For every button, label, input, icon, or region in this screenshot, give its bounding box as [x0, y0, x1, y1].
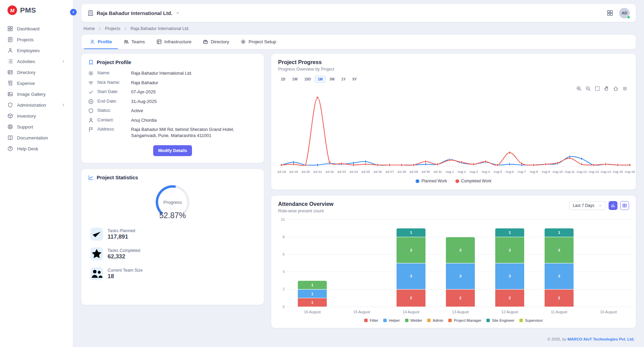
breadcrumb-item-projects[interactable]: Projects	[105, 26, 120, 31]
check-icon	[90, 228, 103, 241]
tab-directory[interactable]: Directory	[197, 35, 235, 49]
profile-field-address: Address:Raja Bahadur Mill Rd, behind She…	[88, 126, 257, 138]
company-link[interactable]: MARCO AIoT Technologies Pvt. Ltd.	[567, 337, 634, 341]
cross-circle-icon	[88, 99, 94, 104]
zoom-in-icon[interactable]	[576, 86, 582, 91]
gear-icon	[241, 39, 246, 44]
chevron-down-icon	[598, 204, 602, 208]
stat-value: 62,332	[108, 253, 140, 260]
sidebar-item-projects[interactable]: Projects	[0, 34, 73, 45]
legend-fitter[interactable]: Fitter	[364, 318, 378, 322]
stat-tasks-completed: Tasks Completed62,332	[90, 245, 255, 262]
tab-project-setup[interactable]: Project Setup	[235, 35, 282, 49]
range-button-1d[interactable]: 1D	[278, 76, 288, 82]
menu-icon[interactable]	[622, 86, 628, 91]
sidebar-item-expense[interactable]: Expense	[0, 78, 73, 89]
profile-field-status: Status:Active	[88, 108, 257, 114]
svg-text:1: 1	[311, 292, 313, 296]
range-button-1y[interactable]: 1Y	[339, 76, 349, 82]
svg-text:Aug 9: Aug 9	[542, 170, 550, 174]
field-value: 31-Aug-2025	[131, 99, 157, 105]
legend-admin[interactable]: Admin	[427, 318, 443, 322]
progress-line-chart: Jul 18Jul 19Jul 20Jul 21Jul 22Jul 23Jul …	[271, 82, 636, 177]
legend-label: Helper	[389, 318, 400, 322]
legend-supervisor[interactable]: Supervisor	[519, 318, 543, 322]
sidebar-item-administration[interactable]: Administration	[0, 100, 73, 110]
sidebar-item-image-gallery[interactable]: Image Gallery	[0, 89, 73, 100]
chevron-right-icon	[61, 103, 65, 107]
range-button-3m[interactable]: 3M	[327, 76, 337, 82]
stat-current-team-size: Current Team Size18	[90, 265, 255, 282]
selection-icon[interactable]	[595, 86, 600, 91]
sidebar-item-dashboard[interactable]: Dashboard	[0, 23, 73, 34]
range-button-15d[interactable]: 15D	[302, 76, 313, 82]
svg-text:15 August: 15 August	[353, 310, 370, 314]
svg-text:2: 2	[459, 296, 461, 300]
table-view-toggle[interactable]	[620, 201, 629, 210]
tab-infrastructure[interactable]: Infrastructure	[151, 35, 197, 49]
svg-text:Progress: Progress	[163, 200, 182, 205]
home-icon[interactable]	[613, 86, 618, 91]
range-button-5y[interactable]: 5Y	[350, 76, 359, 82]
field-value: Raja Bahadur International Ltd.	[131, 70, 192, 76]
chevron-right-icon	[124, 27, 128, 31]
tab-label: Teams	[131, 39, 145, 44]
svg-text:2: 2	[283, 287, 285, 291]
sidebar-collapse-button[interactable]	[70, 9, 77, 15]
tab-teams[interactable]: Teams	[118, 35, 151, 49]
tab-profile[interactable]: Profile	[84, 35, 118, 49]
svg-text:Aug 7: Aug 7	[517, 170, 526, 174]
directory-icon	[7, 70, 13, 75]
chevron-down-icon	[176, 11, 180, 15]
sidebar-item-employees[interactable]: Employees	[0, 45, 73, 56]
legend-site-engineer[interactable]: Site Engineer	[486, 318, 514, 322]
online-status-dot	[627, 16, 630, 19]
sidebar-item-label: Employees	[17, 48, 40, 53]
bar-view-toggle[interactable]	[609, 201, 617, 210]
pan-icon[interactable]	[604, 86, 609, 91]
projects-icon	[7, 37, 13, 42]
line-chart-legend: Planned WorkCompleted Work	[271, 177, 636, 187]
svg-text:3: 3	[509, 248, 511, 252]
svg-text:0: 0	[283, 305, 285, 309]
sidebar-item-help-desk[interactable]: Help Desk	[0, 143, 73, 154]
completed-work-line	[281, 97, 630, 165]
range-button-1w[interactable]: 1W	[289, 76, 300, 82]
legend-welder[interactable]: Welder	[405, 318, 422, 322]
field-value: Raja Bahadur	[131, 80, 158, 86]
sidebar-item-inventory[interactable]: Inventory	[0, 110, 73, 121]
chevron-right-icon	[98, 27, 102, 31]
user-icon	[90, 39, 95, 44]
breadcrumb-item-home[interactable]: Home	[83, 26, 95, 31]
support-icon	[7, 124, 13, 130]
apps-grid-icon[interactable]	[607, 10, 613, 16]
svg-text:8: 8	[283, 235, 285, 239]
avatar[interactable]: AD	[619, 8, 630, 18]
legend-planned-work[interactable]: Planned Work	[416, 179, 447, 183]
svg-text:14 August: 14 August	[403, 310, 419, 314]
legend-project-manager[interactable]: Project Manager	[448, 318, 481, 322]
sidebar-item-directory[interactable]: Directory	[0, 67, 73, 78]
chevron-right-icon	[61, 59, 65, 63]
field-label: Status:	[97, 108, 127, 113]
modify-details-button[interactable]: Modify Details	[153, 145, 192, 156]
svg-text:Aug 16: Aug 16	[625, 170, 635, 174]
range-button-1m[interactable]: 1M	[315, 76, 325, 82]
sidebar-item-documentation[interactable]: Documentation	[0, 132, 73, 143]
statistics-card-title: Project Statistics	[97, 175, 138, 180]
svg-text:1: 1	[311, 300, 313, 304]
progress-card-title: Project Progress	[278, 59, 629, 65]
legend-label: Supervisor	[525, 318, 543, 322]
date-range-select[interactable]: Last 7 Days	[569, 201, 606, 210]
zoom-out-icon[interactable]	[585, 86, 591, 91]
sidebar-item-activities[interactable]: Activities	[0, 56, 73, 67]
field-label: Contact:	[97, 117, 127, 122]
svg-text:3: 3	[459, 274, 461, 278]
legend-helper[interactable]: Helper	[383, 318, 400, 322]
sidebar-item-support[interactable]: Support	[0, 121, 73, 132]
legend-swatch	[427, 319, 431, 322]
svg-text:3: 3	[459, 248, 461, 252]
project-selector[interactable]: Raja Bahadur International Ltd.	[87, 10, 180, 16]
svg-text:Aug 1: Aug 1	[445, 170, 454, 174]
legend-completed-work[interactable]: Completed Work	[455, 179, 492, 183]
